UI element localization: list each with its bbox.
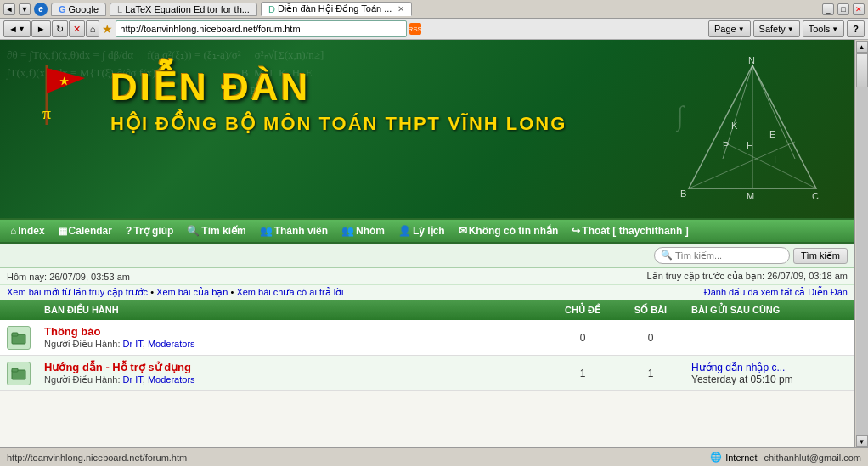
back-button[interactable]: ◄ bbox=[3, 3, 15, 15]
search-button[interactable]: Tìm kiếm bbox=[793, 248, 848, 264]
profile-icon: 👤 bbox=[398, 225, 411, 237]
nav-profile[interactable]: 👤 Lý lịch bbox=[395, 223, 448, 239]
nav-index[interactable]: ⌂ Index bbox=[7, 223, 48, 239]
svg-line-8 bbox=[689, 142, 795, 188]
restore-button[interactable]: □ bbox=[837, 3, 849, 15]
close-button[interactable]: ✕ bbox=[853, 3, 865, 15]
nav-search[interactable]: 🔍 Tìm kiếm bbox=[183, 223, 249, 239]
safety-button[interactable]: Safety ▼ bbox=[753, 20, 800, 37]
today-info: Hôm nay: 26/07/09, 03:53 am bbox=[7, 272, 130, 282]
row1-chude-cell: 0 bbox=[549, 320, 617, 356]
help-icon: ? bbox=[126, 225, 132, 237]
members-icon: 👥 bbox=[260, 225, 273, 237]
banner-logo: ★ π bbox=[25, 57, 102, 133]
row2-icon-cell bbox=[0, 356, 37, 391]
latex-tab[interactable]: L LaTeX Equation Editor for th... bbox=[110, 3, 257, 16]
nav-calendar[interactable]: ▦ Calendar bbox=[55, 223, 116, 239]
safety-chevron-icon: ▼ bbox=[787, 25, 794, 33]
google-tab[interactable]: G Google bbox=[51, 3, 106, 16]
scroll-track[interactable] bbox=[856, 87, 868, 435]
page-chevron-icon: ▼ bbox=[738, 25, 745, 33]
refresh-button[interactable]: ↻ bbox=[52, 20, 68, 37]
forum-title-link-1[interactable]: Thông báo bbox=[44, 325, 100, 338]
row1-lastpost-cell bbox=[685, 320, 854, 356]
svg-text:★: ★ bbox=[59, 76, 69, 87]
scroll-up-arrow[interactable]: ▲ bbox=[856, 41, 868, 53]
svg-text:B: B bbox=[680, 188, 686, 199]
triangle-diagram: N B M I C H P E K ∫ bbox=[676, 57, 829, 201]
quick-links: Xem bài mới từ lần truy cập trước • Xem … bbox=[7, 287, 344, 298]
scroll-thumb[interactable] bbox=[856, 53, 868, 87]
help-button[interactable]: ? bbox=[847, 20, 865, 37]
stop-button[interactable]: ✕ bbox=[69, 20, 85, 37]
nav-groups[interactable]: 👥 Nhóm bbox=[338, 223, 388, 239]
my-posts-link[interactable]: Xem bài của bạn bbox=[156, 287, 228, 297]
back-nav-button[interactable]: ◄ ▼ bbox=[3, 20, 31, 37]
pi-flag-svg: ★ π bbox=[30, 61, 98, 129]
svg-rect-21 bbox=[12, 333, 18, 336]
info-links-bar: Xem bài mới từ lần truy cập trước • Xem … bbox=[0, 285, 854, 300]
triangle-svg: N B M I C H P E K ∫ bbox=[676, 57, 829, 201]
nav-logout[interactable]: ↪ Thoát [ thaychithanh ] bbox=[568, 223, 691, 239]
new-posts-link[interactable]: Xem bài mới từ lần truy cập trước bbox=[7, 287, 148, 297]
forum-title-link-2[interactable]: Hướng dẫn - Hỗ trợ sử dụng bbox=[44, 361, 191, 373]
internet-icon: 🌐 bbox=[710, 452, 722, 463]
page-button[interactable]: Page ▼ bbox=[708, 20, 751, 37]
forum-table: BAN ĐIỀU HÀNH CHỦ ĐỀ SỐ BÀI BÀI GỬI SAU … bbox=[0, 300, 854, 391]
logout-icon: ↪ bbox=[572, 225, 580, 237]
moderator-group-1[interactable]: Moderators bbox=[148, 339, 195, 349]
groups-icon: 👥 bbox=[341, 225, 354, 237]
vertical-scrollbar[interactable]: ▲ ▼ bbox=[854, 40, 868, 448]
minimize-button[interactable]: _ bbox=[822, 3, 834, 15]
window-menu[interactable]: ▼ bbox=[19, 3, 31, 15]
last-post-link[interactable]: Hướng dẫn nhập c... bbox=[691, 362, 785, 373]
search-bar: 🔍 Tìm kiếm bbox=[0, 244, 854, 268]
tools-button[interactable]: Tools ▼ bbox=[803, 20, 845, 37]
ie-logo: e bbox=[34, 3, 48, 16]
email-display: chithanhlut@gmail.com bbox=[764, 452, 862, 463]
scroll-down-arrow[interactable]: ▼ bbox=[856, 435, 868, 447]
svg-text:K: K bbox=[731, 121, 738, 131]
tab-close-icon[interactable]: ✕ bbox=[397, 4, 404, 14]
header-chude-col: CHỦ ĐỀ bbox=[549, 300, 617, 320]
unanswered-link[interactable]: Xem bài chưa có ai trả lời bbox=[236, 287, 343, 297]
moderator-name-1[interactable]: Dr IT bbox=[123, 339, 143, 349]
search-nav-icon: 🔍 bbox=[187, 225, 200, 237]
svg-line-9 bbox=[723, 142, 816, 188]
main-content: ∂θ = ∫T(x,f)(x,θ)dx = ∫ dβ/dα f(a,σ²(ξ₁)… bbox=[0, 40, 854, 448]
favorites-star-icon[interactable]: ★ bbox=[102, 22, 113, 36]
nav-members[interactable]: 👥 Thành viên bbox=[256, 223, 331, 239]
forum-folder-icon-2 bbox=[7, 362, 31, 385]
svg-text:N: N bbox=[748, 57, 755, 65]
status-bar: http://toanvinhlong.niceboard.net/forum.… bbox=[0, 447, 868, 466]
nav-buttons: ◄ ▼ ► ↻ ✕ ⌂ bbox=[3, 20, 99, 37]
svg-text:E: E bbox=[769, 129, 775, 139]
moderator-group-2[interactable]: Moderators bbox=[148, 374, 195, 385]
last-visit-info: Lần truy cập trước của bạn: 26/07/09, 03… bbox=[647, 271, 848, 282]
header-sobai-col: SỐ BÀI bbox=[617, 300, 685, 320]
table-row: Thông báo Người Điều Hành: Dr IT, Modera… bbox=[0, 320, 854, 356]
home-nav-icon: ⌂ bbox=[10, 225, 16, 237]
svg-text:P: P bbox=[723, 140, 729, 150]
table-row: Hướng dẫn - Hỗ trợ sử dụng Người Điều Hà… bbox=[0, 356, 854, 391]
message-icon: ✉ bbox=[459, 225, 467, 237]
forward-nav-button[interactable]: ► bbox=[31, 20, 51, 37]
address-input[interactable] bbox=[116, 20, 406, 37]
active-tab[interactable]: D Diễn đàn Hội Đồng Toán ... ✕ bbox=[261, 2, 412, 16]
calendar-icon: ▦ bbox=[59, 226, 67, 237]
row1-subject-cell: Thông báo Người Điều Hành: Dr IT, Modera… bbox=[37, 320, 549, 356]
last-post-time: Yesterday at 05:10 pm bbox=[691, 373, 793, 385]
search-icon: 🔍 bbox=[661, 250, 673, 261]
nav-messages[interactable]: ✉ Không có tin nhắn bbox=[455, 223, 562, 239]
rss-icon[interactable]: RSS bbox=[409, 23, 421, 35]
svg-rect-23 bbox=[12, 368, 18, 372]
home-button[interactable]: ⌂ bbox=[86, 20, 100, 37]
search-input[interactable] bbox=[654, 247, 790, 264]
info-bar: Hôm nay: 26/07/09, 03:53 am Lần truy cập… bbox=[0, 268, 854, 285]
moderator-label-2: Người Điều Hành: Dr IT, Moderators bbox=[44, 374, 195, 385]
mark-all-link[interactable]: Đánh dấu đã xem tất cả Diễn Đàn bbox=[704, 287, 848, 298]
moderator-name-2[interactable]: Dr IT bbox=[123, 374, 143, 385]
nav-help[interactable]: ? Trợ giúp bbox=[122, 223, 177, 239]
svg-text:I: I bbox=[774, 154, 776, 165]
table-header-row: BAN ĐIỀU HÀNH CHỦ ĐỀ SỐ BÀI BÀI GỬI SAU … bbox=[0, 300, 854, 320]
